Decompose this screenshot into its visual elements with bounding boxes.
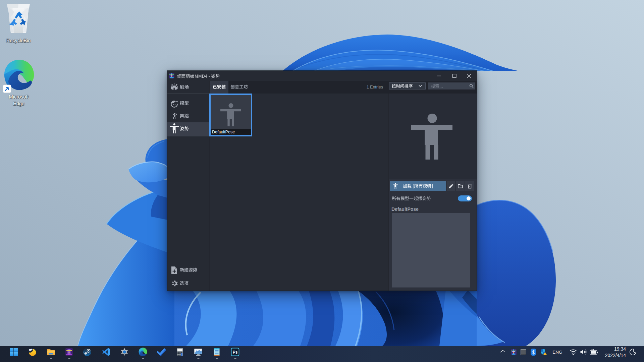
svg-text:Ps: Ps (233, 350, 238, 355)
